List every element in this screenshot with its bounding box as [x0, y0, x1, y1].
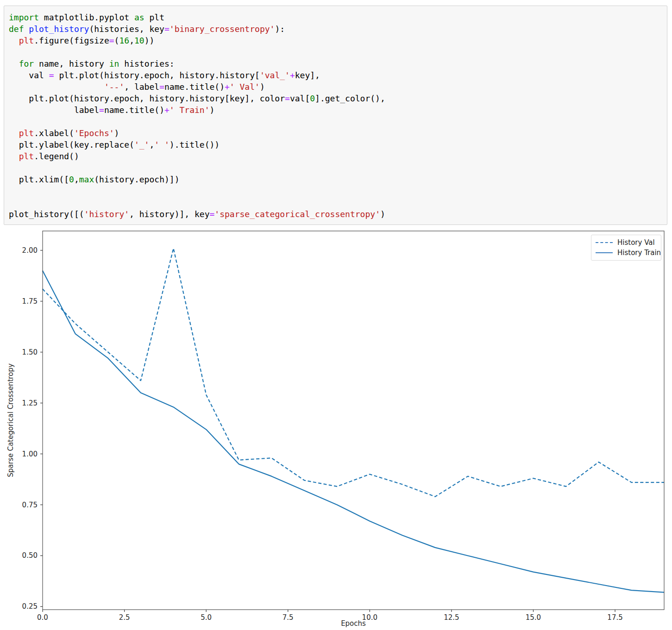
legend-entry-val: History Val: [596, 237, 657, 248]
code-line: [9, 197, 664, 208]
y-tick-label: 0.25: [22, 602, 38, 611]
y-tick-label: 0.50: [22, 551, 38, 560]
y-axis-label: Sparse Categorical Crossentropy: [6, 363, 15, 477]
x-tick-label: 12.5: [444, 613, 459, 622]
code-line: [9, 185, 664, 197]
code-line: plt.ylabel(key.replace('_',' ').title()): [9, 139, 664, 150]
x-tick-label: 17.5: [607, 613, 622, 622]
code-line: plt.legend(): [9, 150, 664, 162]
solid-line-sample-icon: [596, 252, 613, 253]
code-line: for name, history in histories:: [9, 58, 664, 69]
code-line: label=name.title()+' Train'): [9, 104, 664, 116]
code-editor-content[interactable]: import matplotlib.pyplot as pltdef plot_…: [9, 12, 664, 220]
y-tick-label: 1.75: [22, 297, 38, 306]
code-line: '--', label=name.title()+' Val'): [9, 81, 664, 93]
y-tick-label: 1.50: [22, 348, 38, 356]
code-line: plt.xlabel('Epochs'): [9, 127, 664, 139]
code-line: [9, 162, 664, 174]
loss-chart: 0.02.55.07.510.012.515.017.50.250.500.75…: [0, 226, 672, 630]
notebook-page: import matplotlib.pyplot as pltdef plot_…: [0, 0, 672, 630]
legend-label-train: History Train: [617, 249, 661, 257]
code-line: [9, 116, 664, 127]
x-tick-label: 5.0: [201, 613, 212, 622]
plot-border: [43, 231, 664, 610]
figure-output: 0.02.55.07.510.012.515.017.50.250.500.75…: [0, 226, 672, 630]
code-line: plot_history([('history', history)], key…: [9, 208, 664, 220]
x-axis-label: Epochs: [341, 619, 366, 628]
series-line-train: [43, 271, 664, 593]
code-line: val = plt.plot(history.epoch, history.hi…: [9, 69, 664, 81]
dashed-line-sample-icon: [596, 242, 613, 243]
code-line: plt.xlim([0,max(history.epoch)]): [9, 174, 664, 185]
x-tick-label: 7.5: [283, 613, 294, 622]
code-cell[interactable]: import matplotlib.pyplot as pltdef plot_…: [4, 6, 667, 225]
code-line: def plot_history(histories, key='binary_…: [9, 23, 664, 35]
x-tick-label: 0.0: [37, 613, 48, 622]
code-line: plt.figure(figsize=(16,10)): [9, 35, 664, 46]
code-line: [9, 46, 664, 58]
y-tick-label: 1.00: [22, 450, 38, 458]
x-tick-label: 15.0: [526, 613, 541, 622]
y-tick-label: 2.00: [22, 246, 38, 255]
y-tick-label: 1.25: [22, 399, 38, 407]
series-line-val: [43, 248, 664, 497]
y-tick-label: 0.75: [22, 501, 38, 509]
code-line: plt.plot(history.epoch, history.history[…: [9, 93, 664, 104]
legend-label-val: History Val: [617, 238, 655, 247]
x-tick-label: 2.5: [119, 613, 130, 622]
legend-entry-train: History Train: [596, 248, 657, 258]
code-line: import matplotlib.pyplot as plt: [9, 12, 664, 23]
chart-legend: History Val History Train: [591, 235, 661, 261]
